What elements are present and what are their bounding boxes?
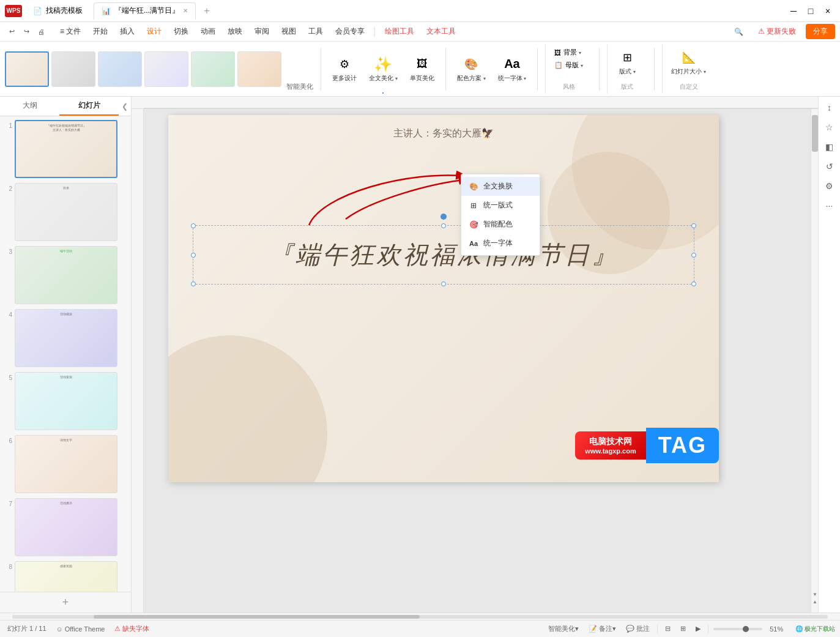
template-thumb-2[interactable] [51,51,95,87]
menu-transition[interactable]: 切换 [169,24,193,39]
handle-bl[interactable] [191,281,196,286]
handle-bc[interactable] [441,281,446,286]
maximize-button[interactable]: □ [803,4,818,18]
rotate-handle[interactable] [440,214,447,220]
handle-br[interactable] [691,281,696,286]
status-separator [657,625,658,633]
qa-redo[interactable]: ↪ [20,25,33,39]
slide-count[interactable]: 幻灯片 1 / 11 [5,623,49,635]
ribbon: 智能美化 ⚙ 更多设计 ✨ 全文美化 ▾ 🖼 单页美化 🎨 配色方案 ▾ Aa … [0,42,840,97]
share-button[interactable]: 分享 [806,24,835,39]
more-design-button[interactable]: ⚙ 更多设计 [329,44,360,94]
comments-icon: 💬 [626,625,634,633]
comments-button[interactable]: 💬 批注 [623,623,652,635]
slide-item[interactable]: 1 『端午狂欢祝福浓情满节日』主讲人：务实的大雁 [2,119,128,179]
layout-button[interactable]: ⊞ 版式 ▾ [612,47,642,78]
office-theme[interactable]: ☺ Office Theme [54,624,108,634]
slide-thumbnail: 活动策划 [15,372,117,430]
add-slide-button[interactable]: + [0,592,131,613]
h-scroll-thumb[interactable] [94,615,420,619]
slide-item[interactable]: 8 感谢页面 [2,560,128,592]
tab-outline[interactable]: 大纲 [0,97,59,116]
missing-font-button[interactable]: ⚠ 缺失字体 [112,623,152,635]
zoom-thumb[interactable] [743,626,749,632]
qa-print[interactable]: 🖨 [34,25,48,39]
menu-animation[interactable]: 动画 [196,24,220,39]
tab-presentation[interactable]: 📊 『端午狂...满节日』 ✕ [94,2,196,20]
slide-item[interactable]: 4 活动规划 [2,308,128,368]
tab-slides[interactable]: 幻灯片 [59,97,119,116]
menu-slideshow[interactable]: 放映 [223,24,247,39]
h-scroll-track[interactable] [12,615,828,619]
color-scheme-button[interactable]: 🎨 配色方案 ▾ [453,44,489,94]
unified-font-button[interactable]: Aa 统一字体 ▾ [494,44,530,94]
qa-undo[interactable]: ↩ [5,25,18,39]
template-thumb-3[interactable] [98,51,142,87]
menu-home[interactable]: 开始 [88,24,113,39]
master-button[interactable]: 📋 母版 ▾ [551,59,587,71]
right-btn-settings[interactable]: ⚙ [821,177,838,195]
slide-item[interactable]: 2 目录 [2,182,128,242]
slide-size-button[interactable]: 📐 幻灯片大小 ▾ [667,47,710,78]
menu-insert[interactable]: 插入 [115,24,139,39]
main-area: 大纲 幻灯片 ❮ 1 『端午狂欢祝福浓情满节日』主讲人：务实的大雁 2 目录 3 [0,97,840,613]
dropdown-item-layout[interactable]: ⊞ 统一版式 [461,196,540,215]
thumb-text: 『端午狂欢祝福浓情满节日』主讲人：务实的大雁 [16,121,116,134]
v-scroll-thumb[interactable] [812,115,818,152]
slide-item[interactable]: 7 活动展示 [2,497,128,557]
vertical-scrollbar[interactable]: ▼ ▲ [811,109,818,613]
dropdown-item-color[interactable]: 🎯 智能配色 [461,215,540,234]
template-thumb-6[interactable] [237,51,281,87]
scroll-up-icon[interactable]: ▲ [812,598,818,605]
zoom-level[interactable]: 51% [767,624,786,634]
missing-font-label: 缺失字体 [122,624,149,633]
update-fail-button[interactable]: ⚠ 更新失败 [753,24,801,39]
menu-tools[interactable]: 工具 [303,24,328,39]
view-present[interactable]: ▶ [693,624,703,634]
full-beautify-button[interactable]: ✨ 全文美化 ▾ [365,44,401,94]
tab-templates[interactable]: 📄 找稿壳模板 [26,2,90,20]
search-button[interactable]: 🔍 [729,25,748,39]
right-btn-rotate[interactable]: ↺ [821,158,838,175]
single-beautify-button[interactable]: 🖼 单页美化 [406,44,438,94]
handle-mr[interactable] [691,253,696,258]
handle-tr[interactable] [691,223,696,228]
handle-tc[interactable] [441,223,446,228]
menu-review[interactable]: 审阅 [250,24,274,39]
dropdown-item-skin[interactable]: 🎨 全文换肤 [461,177,540,196]
right-btn-1[interactable]: ↕ [821,99,838,116]
smart-beautify-status[interactable]: 智能美化▾ [546,623,581,635]
close-button[interactable]: × [820,4,835,18]
slide-item[interactable]: 3 端午活动 [2,245,128,305]
tab-close-icon[interactable]: ✕ [183,7,188,14]
menu-vip[interactable]: 会员专享 [330,24,370,39]
slide-title-selection[interactable]: 『端午狂欢祝福浓情满节日』 [193,225,694,285]
menu-design[interactable]: 设计 [142,24,166,39]
notes-button[interactable]: 📝 备注▾ [586,623,619,635]
wps-logo: WPS [5,5,22,17]
slide-item[interactable]: 5 活动策划 [2,371,128,431]
slide-item[interactable]: 6 详情文字 [2,434,128,494]
menu-text-tools[interactable]: 文本工具 [422,24,461,39]
menu-file[interactable]: ≡ 文件 [55,24,86,39]
dropdown-item-font[interactable]: Aa 统一字体 [461,234,540,253]
panel-collapse-button[interactable]: ❮ [119,97,131,116]
background-button[interactable]: 🖼 背景 ▾ [551,47,587,58]
slide-number: 2 [4,183,12,192]
minimize-button[interactable]: ─ [786,4,801,18]
tab-add-button[interactable]: + [199,4,214,18]
handle-tl[interactable] [191,223,196,228]
template-thumb-5[interactable] [191,51,235,87]
zoom-slider[interactable] [713,628,762,630]
menu-view[interactable]: 视图 [277,24,301,39]
scroll-down-icon[interactable]: ▼ [812,590,818,598]
menu-draw-tools[interactable]: 绘图工具 [380,24,419,39]
view-grid[interactable]: ⊞ [678,624,688,634]
template-thumb-1[interactable] [5,51,49,87]
right-btn-layout[interactable]: ◧ [821,138,838,155]
handle-ml[interactable] [191,253,196,258]
view-normal[interactable]: ⊟ [663,624,673,634]
right-btn-more[interactable]: ··· [821,197,838,214]
template-thumb-4[interactable] [144,51,188,87]
right-btn-star[interactable]: ☆ [821,119,838,136]
